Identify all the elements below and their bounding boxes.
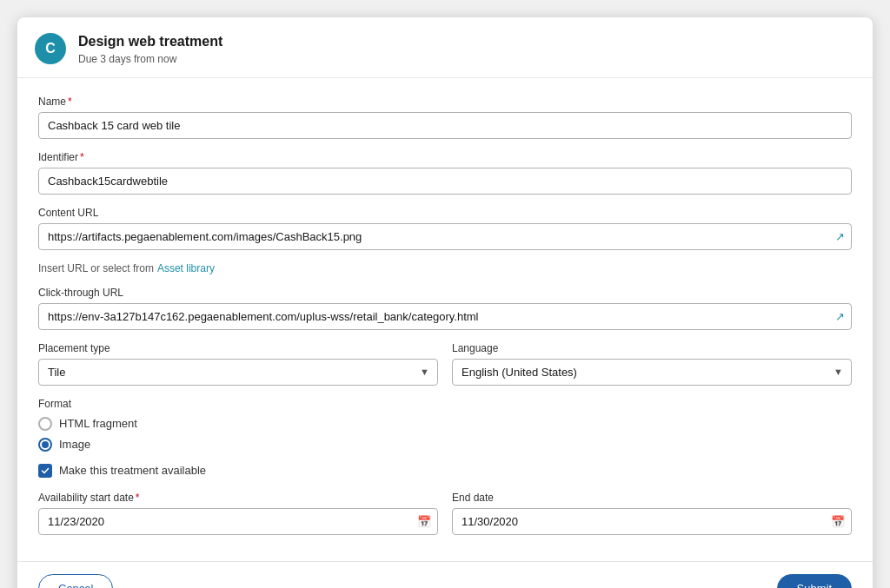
start-date-required: * (136, 492, 140, 504)
content-url-input-wrapper: ↗ (38, 223, 852, 250)
modal-header: C Design web treatment Due 3 days from n… (17, 17, 873, 78)
start-date-label: Availability start date* (38, 492, 438, 504)
placement-type-select[interactable]: Tile Banner Popup (38, 359, 438, 386)
start-date-input[interactable] (38, 508, 438, 535)
name-group: Name* (38, 96, 852, 139)
placement-type-select-wrapper: Tile Banner Popup ▼ (38, 359, 438, 386)
html-fragment-label: HTML fragment (59, 417, 137, 430)
end-date-group: End date 📅 (452, 492, 852, 535)
clickthrough-url-group: Click-through URL ↗ (38, 287, 852, 330)
make-available-label: Make this treatment available (59, 464, 206, 477)
format-group: Format HTML fragment Image (38, 398, 852, 452)
checkmark-icon (41, 466, 50, 475)
placement-language-row: Placement type Tile Banner Popup ▼ Langu… (38, 342, 852, 398)
identifier-input[interactable] (38, 168, 852, 195)
clickthrough-url-external-link-icon[interactable]: ↗ (835, 310, 845, 323)
name-label: Name* (38, 96, 852, 108)
title-block: Design web treatment Due 3 days from now (78, 33, 222, 65)
insert-url-text: Insert URL or select from (38, 262, 154, 274)
format-html-fragment[interactable]: HTML fragment (38, 417, 852, 431)
language-select[interactable]: English (United States) French (France) … (452, 359, 852, 386)
asset-library-link[interactable]: Asset library (157, 262, 215, 274)
content-url-input[interactable] (38, 223, 852, 250)
content-url-group: Content URL ↗ (38, 207, 852, 250)
cancel-button[interactable]: Cancel (38, 574, 113, 588)
insert-url-row: Insert URL or select from Asset library (38, 262, 852, 274)
clickthrough-url-label: Click-through URL (38, 287, 852, 299)
make-available-row[interactable]: Make this treatment available (38, 464, 852, 478)
image-radio-button[interactable] (38, 438, 52, 452)
submit-button[interactable]: Submit (777, 574, 852, 588)
language-select-wrapper: English (United States) French (France) … (452, 359, 852, 386)
image-label: Image (59, 438, 90, 451)
modal-body: Name* Identifier* Content URL ↗ Insert U… (17, 78, 873, 561)
end-date-label: End date (452, 492, 852, 504)
end-date-input[interactable] (452, 508, 852, 535)
identifier-label: Identifier* (38, 151, 852, 163)
placement-type-group: Placement type Tile Banner Popup ▼ (38, 342, 438, 386)
design-treatment-modal: C Design web treatment Due 3 days from n… (17, 17, 873, 588)
avatar: C (35, 33, 66, 64)
language-label: Language (452, 342, 852, 354)
end-date-input-wrapper: 📅 (452, 508, 852, 535)
modal-title: Design web treatment (78, 33, 222, 51)
start-date-group: Availability start date* 📅 (38, 492, 438, 535)
name-input[interactable] (38, 112, 852, 139)
start-date-input-wrapper: 📅 (38, 508, 438, 535)
placement-type-label: Placement type (38, 342, 438, 354)
content-url-external-link-icon[interactable]: ↗ (835, 230, 845, 243)
html-fragment-radio-button[interactable] (38, 417, 52, 431)
identifier-required: * (80, 151, 84, 163)
dates-row: Availability start date* 📅 End date 📅 (38, 492, 852, 547)
content-url-label: Content URL (38, 207, 852, 219)
clickthrough-url-input[interactable] (38, 303, 852, 330)
identifier-group: Identifier* (38, 151, 852, 195)
modal-footer: Cancel Submit (17, 561, 873, 588)
clickthrough-url-input-wrapper: ↗ (38, 303, 852, 330)
name-required: * (68, 96, 72, 108)
language-group: Language English (United States) French … (452, 342, 852, 386)
format-radio-group: HTML fragment Image (38, 417, 852, 452)
make-available-checkbox[interactable] (38, 464, 52, 478)
format-image[interactable]: Image (38, 438, 852, 452)
format-label: Format (38, 398, 852, 410)
modal-subtitle: Due 3 days from now (78, 53, 222, 65)
